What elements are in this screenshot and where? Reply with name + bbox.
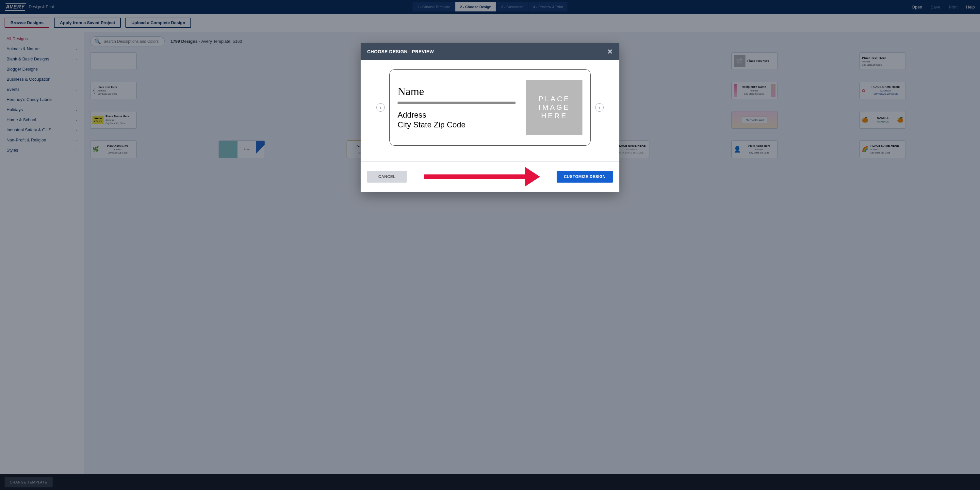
preview-modal: CHOOSE DESIGN - PREVIEW ✕ ‹ Name Address… [361, 43, 619, 192]
modal-footer: CANCEL CUSTOMIZE DESIGN [361, 161, 619, 192]
label-preview: Name Address City State Zip Code PLACE I… [390, 69, 590, 146]
customize-design-button[interactable]: CUSTOMIZE DESIGN [557, 171, 613, 183]
chevron-right-icon: › [599, 105, 600, 110]
modal-body: ‹ Name Address City State Zip Code PLACE… [361, 60, 619, 161]
modal-header: CHOOSE DESIGN - PREVIEW ✕ [361, 43, 619, 60]
preview-addr-line2: City State Zip Code [398, 120, 519, 130]
preview-name: Name [398, 85, 519, 98]
prev-button[interactable]: ‹ [376, 103, 385, 112]
placeholder-text: PLACE [538, 95, 570, 103]
arrow-shaft-icon [424, 175, 525, 179]
annotation-arrow [424, 167, 540, 186]
chevron-left-icon: ‹ [380, 105, 381, 110]
close-icon[interactable]: ✕ [607, 48, 613, 56]
cancel-button[interactable]: CANCEL [367, 171, 407, 183]
preview-address: Address City State Zip Code [398, 110, 519, 130]
preview-divider [398, 102, 515, 104]
preview-addr-line1: Address [398, 110, 519, 120]
preview-text: Name Address City State Zip Code [398, 85, 519, 130]
arrow-head-icon [525, 167, 540, 186]
placeholder-text: HERE [541, 112, 568, 120]
place-image-icon: PLACE IMAGE HERE [526, 80, 582, 135]
modal-overlay: CHOOSE DESIGN - PREVIEW ✕ ‹ Name Address… [0, 0, 980, 490]
placeholder-text: IMAGE [539, 103, 570, 112]
next-button[interactable]: › [595, 103, 604, 112]
modal-title: CHOOSE DESIGN - PREVIEW [367, 49, 434, 54]
